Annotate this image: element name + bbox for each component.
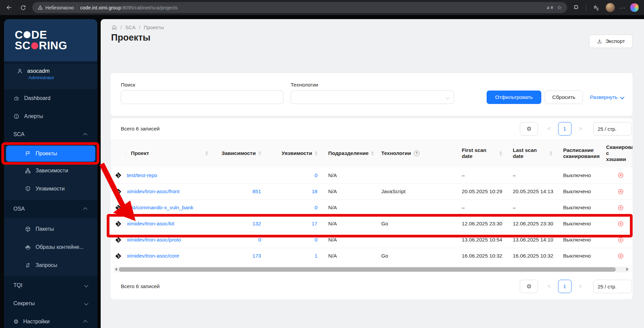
header-vulnerabilities[interactable]: Уязвимости <box>266 139 323 167</box>
sidebar-item-vulnerabilities[interactable]: Уязвимости <box>4 180 97 198</box>
chevron-up-icon <box>83 133 88 137</box>
sidebar-item-alerts[interactable]: Алерты <box>4 107 97 125</box>
back-icon[interactable] <box>4 3 14 13</box>
sidebar-section-tqi[interactable]: TQI <box>4 276 97 294</box>
dependencies-count-link[interactable]: 851 <box>252 188 261 194</box>
project-link[interactable]: ximidev/tron-asoc/front <box>127 188 180 194</box>
table-row[interactable]: ximidev/tron-asoc/proto 0 0 N/A 13.06.20… <box>111 232 633 248</box>
header-first-scan[interactable]: First scan date <box>456 139 507 167</box>
sort-icons[interactable] <box>550 151 552 156</box>
user-block[interactable]: asocadm Administrator <box>4 64 97 89</box>
username: asocadm <box>27 68 50 74</box>
dependencies-count-link[interactable]: 173 <box>252 253 261 259</box>
total-records: Всего 6 записей <box>121 283 520 289</box>
breadcrumb: / SCA / Проекты <box>111 24 164 30</box>
sidebar-item-dependencies[interactable]: Зависимости <box>4 162 97 180</box>
scroll-left-icon[interactable] <box>115 268 117 271</box>
page-size-select[interactable]: 25 / стр. <box>593 280 632 293</box>
table-row[interactable]: ximidev/tron-asoc/front 851 18 N/A JavaS… <box>111 183 633 200</box>
dependencies-count-link[interactable]: 132 <box>252 221 261 226</box>
translate-icon[interactable]: a <box>547 5 554 10</box>
vulnerabilities-count-link[interactable]: 0 <box>314 205 317 210</box>
prev-page-icon[interactable]: < <box>547 283 550 289</box>
sidebar-item-dashboard[interactable]: Dashboard <box>4 89 97 107</box>
favorites-hub-icon[interactable] <box>591 3 601 13</box>
prev-page-icon[interactable]: < <box>547 126 550 132</box>
next-page-icon[interactable]: > <box>579 283 582 289</box>
project-link[interactable]: ximidev/tron-asoc/core <box>127 253 179 259</box>
address-divider <box>77 5 77 10</box>
dependencies-count-link[interactable]: 0 <box>258 237 261 242</box>
page-size-select[interactable]: 25 / стр. <box>593 122 632 135</box>
header-technologies[interactable]: Технологии? <box>376 139 456 167</box>
page-number[interactable]: 1 <box>558 122 572 135</box>
next-page-icon[interactable]: > <box>579 126 582 132</box>
breadcrumb-sca[interactable]: SCA <box>125 24 136 30</box>
page-number[interactable]: 1 <box>558 280 572 293</box>
project-link[interactable]: ximidev/tron-asoc/kit <box>127 221 174 226</box>
hash-scan-disabled-icon <box>617 221 624 227</box>
home-icon[interactable] <box>111 24 117 30</box>
sidebar-section-osa[interactable]: OSA <box>4 200 97 218</box>
sidebar-section-sca[interactable]: SCA <box>4 125 97 144</box>
sidebar-item-packages[interactable]: Пакеты <box>4 220 97 238</box>
extensions-icon[interactable] <box>571 3 581 13</box>
header-division[interactable]: Подразделение <box>323 139 376 167</box>
sidebar-item-container-images[interactable]: Образы контейне... <box>4 238 97 256</box>
table-settings-button[interactable]: ⚙ <box>520 122 538 135</box>
vulnerabilities-count-link[interactable]: 17 <box>312 221 317 226</box>
export-button[interactable]: Экспорт <box>589 35 633 48</box>
sidebar-item-requests[interactable]: Запросы <box>4 256 97 274</box>
table-header-row: Проект Зависимости Уязвимости Подразделе… <box>111 139 633 167</box>
header-last-scan[interactable]: Last scan date <box>507 139 558 167</box>
table-settings-button[interactable]: ⚙ <box>520 280 538 293</box>
reset-button[interactable]: Сбросить <box>545 91 583 104</box>
table-row[interactable]: ximidev/tron-asoc/core 173 1 N/A Go 16.0… <box>111 248 633 264</box>
vulnerabilities-count-link[interactable]: 18 <box>312 188 317 194</box>
profile-avatar[interactable] <box>606 3 615 12</box>
question-circle-icon[interactable]: ? <box>414 151 419 156</box>
sort-icons[interactable] <box>258 151 261 156</box>
header-scan-schedule: Расписание сканирования <box>558 139 601 167</box>
sort-icons[interactable] <box>499 151 502 156</box>
address-bar[interactable]: Небезопасно code.int.ximi.group:8095/cab… <box>32 2 567 13</box>
scrollbar-thumb[interactable] <box>119 267 616 272</box>
gear-icon: ⚙ <box>13 319 18 325</box>
sort-icons[interactable] <box>315 151 317 156</box>
alert-icon <box>13 113 19 119</box>
scroll-right-icon[interactable] <box>626 268 629 271</box>
project-link[interactable]: test/test-repo <box>127 172 157 178</box>
technologies-cell <box>376 167 456 183</box>
docker-icon <box>25 244 31 250</box>
page-url[interactable]: code.int.ximi.group:8095/cabinet/sca/pro… <box>80 5 178 10</box>
favorite-star-icon[interactable]: ☆ <box>557 4 562 11</box>
breadcrumb-projects[interactable]: Проекты <box>144 24 164 30</box>
table-row[interactable]: test/test-repo 0 N/A – – Выключено <box>111 167 633 183</box>
header-project[interactable]: Проект <box>126 139 213 167</box>
vulnerabilities-count-link[interactable]: 1 <box>314 253 317 259</box>
app-logo[interactable]: CDE SCRING <box>4 19 97 61</box>
sidebar-item-projects[interactable]: Проекты <box>6 146 95 162</box>
vulnerabilities-count-link[interactable]: 0 <box>314 172 317 178</box>
sidebar-section-secrets[interactable]: Секреты <box>4 294 97 313</box>
technologies-select[interactable] <box>291 91 454 104</box>
search-input[interactable] <box>121 91 284 104</box>
table-row[interactable]: ximidev/tron-asoc/kit 132 17 N/A Go 12.0… <box>111 216 633 232</box>
horizontal-scrollbar[interactable] <box>114 267 629 272</box>
sidebar-section-settings[interactable]: ⚙ Настройки <box>4 313 97 328</box>
header-dependencies[interactable]: Зависимости <box>213 139 266 167</box>
logo-white-dot <box>23 31 31 38</box>
vulnerabilities-count-link[interactable]: 0 <box>314 237 317 242</box>
table-row[interactable]: test/commando-x_vuln_bank 0 N/A – – Выкл… <box>111 200 633 216</box>
copilot-icon[interactable] <box>630 3 639 12</box>
sort-icons[interactable] <box>205 151 208 156</box>
expand-filters-link[interactable]: Развернуть <box>590 91 624 104</box>
project-link[interactable]: test/commando-x_vuln_bank <box>127 205 193 210</box>
filter-button[interactable]: Отфильтровать <box>487 91 541 104</box>
browser-menu-icon[interactable]: ··· <box>620 5 626 10</box>
not-secure-badge[interactable]: Небезопасно <box>38 5 74 10</box>
chevron-down-icon <box>620 95 625 99</box>
refresh-icon[interactable] <box>18 3 28 13</box>
sort-icons[interactable] <box>371 151 374 156</box>
project-link[interactable]: ximidev/tron-asoc/proto <box>127 237 181 242</box>
